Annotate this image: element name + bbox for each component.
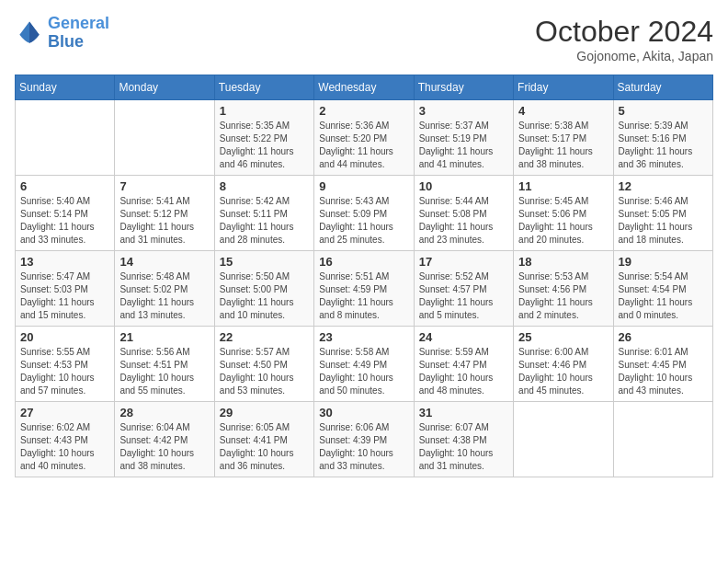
- weekday-header: Sunday: [16, 75, 115, 100]
- day-info: Sunrise: 5:40 AMSunset: 5:14 PMDaylight:…: [20, 195, 109, 247]
- day-number: 3: [419, 104, 508, 118]
- day-info: Sunrise: 6:06 AMSunset: 4:39 PMDaylight:…: [319, 421, 408, 473]
- calendar-cell: 16Sunrise: 5:51 AMSunset: 4:59 PMDayligh…: [314, 251, 414, 327]
- day-info: Sunrise: 5:58 AMSunset: 4:49 PMDaylight:…: [319, 346, 408, 397]
- day-info: Sunrise: 5:53 AMSunset: 4:56 PMDaylight:…: [518, 270, 608, 322]
- calendar-cell: 3Sunrise: 5:37 AMSunset: 5:19 PMDaylight…: [414, 100, 513, 176]
- day-number: 20: [20, 330, 109, 344]
- day-number: 22: [220, 330, 309, 344]
- day-info: Sunrise: 6:00 AMSunset: 4:46 PMDaylight:…: [518, 346, 608, 397]
- day-info: Sunrise: 5:48 AMSunset: 5:02 PMDaylight:…: [119, 270, 209, 322]
- day-info: Sunrise: 5:47 AMSunset: 5:03 PMDaylight:…: [20, 270, 109, 322]
- day-number: 19: [619, 255, 708, 269]
- day-info: Sunrise: 5:57 AMSunset: 4:50 PMDaylight:…: [220, 346, 309, 397]
- day-number: 24: [419, 330, 508, 344]
- weekday-header: Friday: [514, 75, 613, 100]
- calendar-cell: 23Sunrise: 5:58 AMSunset: 4:49 PMDayligh…: [314, 327, 414, 402]
- calendar-cell: [613, 402, 712, 477]
- calendar-cell: 27Sunrise: 6:02 AMSunset: 4:43 PMDayligh…: [16, 402, 115, 477]
- calendar-week-row: 6Sunrise: 5:40 AMSunset: 5:14 PMDaylight…: [16, 176, 713, 251]
- calendar-cell: [16, 100, 115, 176]
- day-info: Sunrise: 5:42 AMSunset: 5:11 PMDaylight:…: [220, 195, 309, 247]
- calendar-cell: 31Sunrise: 6:07 AMSunset: 4:38 PMDayligh…: [414, 402, 513, 477]
- day-number: 8: [220, 179, 309, 193]
- weekday-header-row: SundayMondayTuesdayWednesdayThursdayFrid…: [16, 75, 713, 100]
- day-number: 31: [419, 406, 508, 419]
- day-number: 27: [20, 406, 109, 419]
- calendar-cell: 4Sunrise: 5:38 AMSunset: 5:17 PMDaylight…: [514, 100, 613, 176]
- weekday-header: Saturday: [613, 75, 712, 100]
- calendar-cell: 25Sunrise: 6:00 AMSunset: 4:46 PMDayligh…: [514, 327, 613, 402]
- calendar-cell: 17Sunrise: 5:52 AMSunset: 4:57 PMDayligh…: [414, 251, 513, 327]
- logo-text: General Blue: [48, 15, 109, 52]
- calendar-cell: [115, 100, 214, 176]
- weekday-header: Thursday: [414, 75, 513, 100]
- day-info: Sunrise: 5:50 AMSunset: 5:00 PMDaylight:…: [220, 270, 309, 322]
- day-info: Sunrise: 5:54 AMSunset: 4:54 PMDaylight:…: [619, 270, 708, 322]
- location: Gojonome, Akita, Japan: [535, 49, 713, 63]
- calendar-week-row: 13Sunrise: 5:47 AMSunset: 5:03 PMDayligh…: [16, 251, 713, 327]
- calendar-cell: 14Sunrise: 5:48 AMSunset: 5:02 PMDayligh…: [115, 251, 214, 327]
- page-header: General Blue October 2024 Gojonome, Akit…: [15, 15, 713, 63]
- day-number: 10: [419, 179, 508, 193]
- calendar-cell: 13Sunrise: 5:47 AMSunset: 5:03 PMDayligh…: [16, 251, 115, 327]
- day-info: Sunrise: 5:52 AMSunset: 4:57 PMDaylight:…: [419, 270, 508, 322]
- day-number: 16: [319, 255, 408, 269]
- day-number: 17: [419, 255, 508, 269]
- day-number: 6: [20, 179, 109, 193]
- day-number: 15: [220, 255, 309, 269]
- calendar-week-row: 1Sunrise: 5:35 AMSunset: 5:22 PMDaylight…: [16, 100, 713, 176]
- day-number: 1: [220, 104, 309, 118]
- calendar-cell: 11Sunrise: 5:45 AMSunset: 5:06 PMDayligh…: [514, 176, 613, 251]
- day-info: Sunrise: 5:56 AMSunset: 4:51 PMDaylight:…: [119, 346, 209, 397]
- day-info: Sunrise: 5:37 AMSunset: 5:19 PMDaylight:…: [419, 120, 508, 171]
- day-number: 26: [619, 330, 708, 344]
- day-number: 23: [319, 330, 408, 344]
- day-info: Sunrise: 5:51 AMSunset: 4:59 PMDaylight:…: [319, 270, 408, 322]
- logo-icon: [15, 18, 44, 48]
- calendar-cell: 30Sunrise: 6:06 AMSunset: 4:39 PMDayligh…: [314, 402, 414, 477]
- day-number: 7: [119, 179, 209, 193]
- calendar-cell: 6Sunrise: 5:40 AMSunset: 5:14 PMDaylight…: [16, 176, 115, 251]
- calendar-cell: 5Sunrise: 5:39 AMSunset: 5:16 PMDaylight…: [613, 100, 712, 176]
- day-info: Sunrise: 5:44 AMSunset: 5:08 PMDaylight:…: [419, 195, 508, 247]
- calendar-cell: 8Sunrise: 5:42 AMSunset: 5:11 PMDaylight…: [214, 176, 313, 251]
- day-info: Sunrise: 5:55 AMSunset: 4:53 PMDaylight:…: [20, 346, 109, 397]
- day-number: 5: [619, 104, 708, 118]
- day-number: 14: [119, 255, 209, 269]
- calendar-cell: 12Sunrise: 5:46 AMSunset: 5:05 PMDayligh…: [613, 176, 712, 251]
- day-info: Sunrise: 6:01 AMSunset: 4:45 PMDaylight:…: [619, 346, 708, 397]
- day-info: Sunrise: 5:59 AMSunset: 4:47 PMDaylight:…: [419, 346, 508, 397]
- day-number: 4: [518, 104, 608, 118]
- weekday-header: Monday: [115, 75, 214, 100]
- day-info: Sunrise: 5:43 AMSunset: 5:09 PMDaylight:…: [319, 195, 408, 247]
- calendar-cell: 10Sunrise: 5:44 AMSunset: 5:08 PMDayligh…: [414, 176, 513, 251]
- calendar-cell: 9Sunrise: 5:43 AMSunset: 5:09 PMDaylight…: [314, 176, 414, 251]
- calendar-cell: 15Sunrise: 5:50 AMSunset: 5:00 PMDayligh…: [214, 251, 313, 327]
- day-info: Sunrise: 5:36 AMSunset: 5:20 PMDaylight:…: [319, 120, 408, 171]
- calendar-cell: 1Sunrise: 5:35 AMSunset: 5:22 PMDaylight…: [214, 100, 313, 176]
- calendar-cell: 29Sunrise: 6:05 AMSunset: 4:41 PMDayligh…: [214, 402, 313, 477]
- month-title: October 2024: [535, 15, 713, 49]
- calendar-cell: 7Sunrise: 5:41 AMSunset: 5:12 PMDaylight…: [115, 176, 214, 251]
- calendar-cell: 22Sunrise: 5:57 AMSunset: 4:50 PMDayligh…: [214, 327, 313, 402]
- logo: General Blue: [15, 15, 109, 52]
- weekday-header: Wednesday: [314, 75, 414, 100]
- day-number: 12: [619, 179, 708, 193]
- day-info: Sunrise: 6:02 AMSunset: 4:43 PMDaylight:…: [20, 421, 109, 473]
- day-number: 21: [119, 330, 209, 344]
- calendar-cell: 2Sunrise: 5:36 AMSunset: 5:20 PMDaylight…: [314, 100, 414, 176]
- day-info: Sunrise: 5:39 AMSunset: 5:16 PMDaylight:…: [619, 120, 708, 171]
- calendar-cell: 21Sunrise: 5:56 AMSunset: 4:51 PMDayligh…: [115, 327, 214, 402]
- calendar-cell: 18Sunrise: 5:53 AMSunset: 4:56 PMDayligh…: [514, 251, 613, 327]
- calendar-week-row: 27Sunrise: 6:02 AMSunset: 4:43 PMDayligh…: [16, 402, 713, 477]
- day-number: 18: [518, 255, 608, 269]
- calendar-cell: 28Sunrise: 6:04 AMSunset: 4:42 PMDayligh…: [115, 402, 214, 477]
- calendar-cell: [514, 402, 613, 477]
- day-number: 9: [319, 179, 408, 193]
- calendar-cell: 26Sunrise: 6:01 AMSunset: 4:45 PMDayligh…: [613, 327, 712, 402]
- calendar-cell: 24Sunrise: 5:59 AMSunset: 4:47 PMDayligh…: [414, 327, 513, 402]
- calendar-cell: 19Sunrise: 5:54 AMSunset: 4:54 PMDayligh…: [613, 251, 712, 327]
- day-number: 2: [319, 104, 408, 118]
- day-info: Sunrise: 5:45 AMSunset: 5:06 PMDaylight:…: [518, 195, 608, 247]
